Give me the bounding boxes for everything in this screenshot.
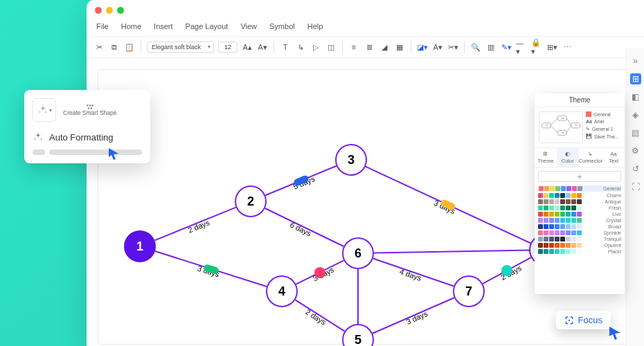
chart-icon[interactable]: ◢ <box>379 42 390 53</box>
node-3[interactable]: 3 <box>335 144 367 176</box>
zoom-window-button[interactable] <box>117 7 124 14</box>
theme-item-arial[interactable]: AaArial <box>586 119 620 124</box>
slider-stub <box>33 149 45 155</box>
cut-icon[interactable]: ✂ <box>93 42 105 53</box>
sparkle-button[interactable]: ▾ <box>33 98 56 122</box>
node-4[interactable]: 4 <box>266 275 298 307</box>
focus-button[interactable]: Focus <box>556 311 611 329</box>
menubar: File Home Insert Page Layout View Symbol… <box>87 21 644 36</box>
tab-color[interactable]: ◐Color <box>557 148 579 167</box>
palette-sprinkle[interactable]: Sprinkle <box>538 230 621 235</box>
palette-fresh[interactable]: Fresh <box>538 206 621 210</box>
sparkle-icon <box>37 104 48 116</box>
text-tool-icon[interactable]: T <box>280 42 291 53</box>
edge-marker[interactable] <box>314 267 325 278</box>
menu-insert[interactable]: Insert <box>154 22 173 30</box>
font-family-value: Elegant soft black <box>152 44 201 51</box>
palette-name: Antique <box>605 199 621 204</box>
palette-live[interactable]: Live <box>538 212 621 217</box>
chevron-down-icon: ▾ <box>49 107 52 113</box>
palette-name: Broad <box>608 224 621 229</box>
palette-list[interactable]: GeneralCharmAntiqueFreshLiveCrystalBroad… <box>535 185 625 294</box>
smart-shape-popup: ▾ Create Smart Shape Auto Formatting <box>24 90 150 163</box>
palette-name: Crystal <box>606 218 621 223</box>
copy-icon[interactable]: ⧉ <box>109 42 120 53</box>
crop-icon[interactable]: ✂▾ <box>447 42 458 53</box>
font-family-select[interactable]: Elegant soft black <box>147 42 214 53</box>
search-icon[interactable]: 🔍 <box>470 42 481 53</box>
theme-panel: Theme text text text text General AaAria… <box>535 93 625 294</box>
theme-icon[interactable]: ⊞ <box>630 73 641 84</box>
layout-icon[interactable]: ◧ <box>630 91 641 102</box>
expand-icon[interactable]: » <box>630 55 641 66</box>
svg-point-14 <box>91 104 93 107</box>
svg-line-11 <box>374 250 529 253</box>
node-7[interactable]: 7 <box>453 275 485 307</box>
palette-charm[interactable]: Charm <box>538 193 621 198</box>
fullscreen-icon[interactable]: ⛶ <box>630 181 641 192</box>
add-palette-button[interactable]: ＋ <box>538 171 621 182</box>
theme-item-general1[interactable]: ↳General 1 <box>586 126 620 131</box>
grid-icon[interactable]: ⊞▾ <box>546 42 557 53</box>
format-slider[interactable] <box>33 149 142 155</box>
connector-icon[interactable]: ↳ <box>295 42 306 53</box>
palette-name: Live <box>612 212 621 217</box>
palette-general[interactable]: General <box>538 185 621 192</box>
history-icon[interactable]: ↺ <box>630 163 641 174</box>
settings-icon[interactable]: ⚙ <box>630 145 641 156</box>
theme-item-general[interactable]: General <box>586 111 620 117</box>
theme-item-save[interactable]: 💾Save The... <box>586 134 620 139</box>
palette-tranquil[interactable]: Tranquil <box>538 237 621 242</box>
tab-text[interactable]: AaText <box>602 148 625 167</box>
fill-color-icon[interactable]: ◪▾ <box>417 42 428 53</box>
font-color-icon[interactable]: A▾ <box>432 42 443 53</box>
palette-broad[interactable]: Broad <box>538 224 621 229</box>
slider-track <box>49 149 142 155</box>
line-dropdown-icon[interactable]: —▾ <box>516 42 527 53</box>
close-window-button[interactable] <box>95 7 102 14</box>
align-center-icon[interactable]: ≣ <box>364 42 375 53</box>
lock-icon[interactable]: 🔒▾ <box>531 42 542 53</box>
toolbar: ✂ ⧉ 📋 Elegant soft black 12 A▴ A▾ T ↳ ▷ … <box>87 36 644 58</box>
palette-placid[interactable]: Placid <box>538 249 621 254</box>
palette-name: Opulent <box>604 243 621 248</box>
theme-tabs: ⊞Theme ◐Color ↳Connector AaText <box>535 147 625 167</box>
create-smart-shape-button[interactable]: Create Smart Shape <box>63 103 116 116</box>
paste-icon[interactable]: 📋 <box>124 42 135 53</box>
tab-theme[interactable]: ⊞Theme <box>535 148 557 167</box>
font-size-select[interactable]: 12 <box>218 42 238 53</box>
palette-opulent[interactable]: Opulent <box>538 243 621 248</box>
tab-connector[interactable]: ↳Connector <box>579 148 603 167</box>
auto-formatting-button[interactable]: Auto Formatting <box>33 131 142 143</box>
increase-font-icon[interactable]: A▴ <box>242 42 253 53</box>
menu-file[interactable]: File <box>96 22 109 30</box>
menu-view[interactable]: View <box>240 22 257 30</box>
menu-home[interactable]: Home <box>121 22 141 30</box>
node-2[interactable]: 2 <box>235 185 267 217</box>
shape-icon[interactable]: ◫ <box>325 42 337 53</box>
node-1[interactable]: 1 <box>124 230 156 262</box>
palette-antique[interactable]: Antique <box>538 199 621 204</box>
palette-name: Sprinkle <box>604 230 621 235</box>
pencil-icon[interactable]: ✎▾ <box>501 42 512 53</box>
menu-help[interactable]: Help <box>307 22 323 30</box>
edge-marker[interactable] <box>501 265 512 276</box>
page-icon[interactable]: ▤ <box>630 127 641 138</box>
menu-page-layout[interactable]: Page Layout <box>186 22 229 30</box>
svg-point-12 <box>87 104 89 107</box>
palette-crystal[interactable]: Crystal <box>538 218 621 223</box>
svg-point-13 <box>89 104 91 107</box>
menu-symbol[interactable]: Symbol <box>269 22 295 30</box>
node-6[interactable]: 6 <box>342 237 374 269</box>
svg-rect-25 <box>586 111 591 117</box>
table-icon[interactable]: ▦ <box>394 42 405 53</box>
align-left-icon[interactable]: ≡ <box>348 42 359 53</box>
more-icon[interactable]: ⋯ <box>562 42 573 53</box>
theme-list: General AaArial ↳General 1 💾Save The... <box>586 111 620 143</box>
decrease-font-icon[interactable]: A▾ <box>257 42 268 53</box>
pointer-icon[interactable]: ▷ <box>310 42 321 53</box>
layers-panel-icon[interactable]: ◈ <box>630 109 641 120</box>
theme-preview[interactable]: text text text text <box>539 111 583 143</box>
layers-icon[interactable]: ▥ <box>485 42 497 53</box>
minimize-window-button[interactable] <box>106 7 113 14</box>
